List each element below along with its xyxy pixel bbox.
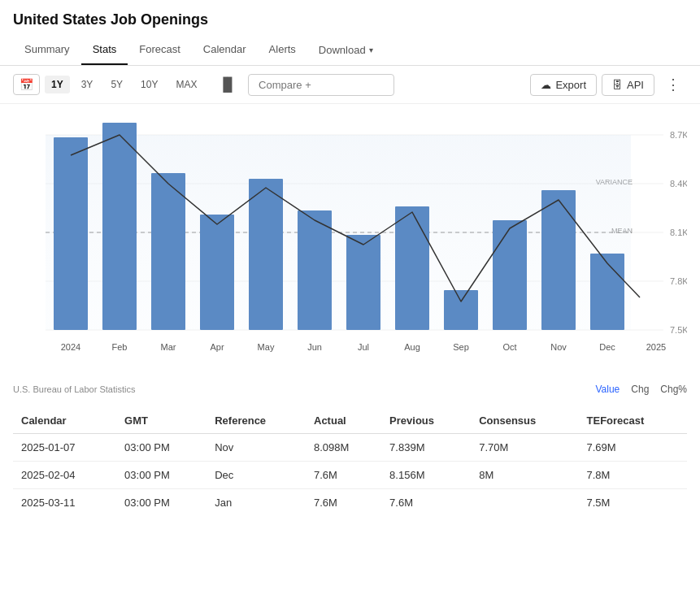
period-max[interactable]: MAX [169, 76, 203, 93]
svg-text:May: May [258, 342, 275, 352]
table-row: 2025-03-1103:00 PMJan7.6M7.6M7.5M [13, 489, 687, 517]
svg-rect-24 [541, 190, 576, 330]
svg-text:Mar: Mar [161, 342, 176, 352]
cell-actual: 8.098M [306, 434, 381, 462]
cell-previous: 7.839M [381, 434, 471, 462]
cell-actual: 7.6M [306, 462, 381, 489]
col-header-gmt: GMT [116, 408, 207, 434]
svg-text:Jul: Jul [358, 342, 369, 352]
more-options-button[interactable]: ⋮ [659, 72, 687, 97]
chg-label[interactable]: Chg [631, 384, 649, 395]
chart-footer: U.S. Bureau of Labor Statistics Value Ch… [0, 379, 700, 398]
cell-gmt: 03:00 PM [116, 462, 207, 489]
toolbar: 📅 1Y 3Y 5Y 10Y MAX ▐▌ ☁ Export 🗄 API ⋮ [0, 66, 700, 104]
table-row: 2025-02-0403:00 PMDec7.6M8.156M8M7.8M [13, 462, 687, 489]
chart-svg: 8.7K 8.4K 8.1K 7.8K 7.5K VARIANCE MEAN [13, 111, 687, 379]
cell-previous: 7.6M [381, 489, 471, 517]
api-button[interactable]: 🗄 API [602, 74, 654, 96]
svg-rect-14 [54, 137, 88, 330]
col-header-actual: Actual [306, 408, 381, 434]
svg-rect-20 [346, 235, 380, 330]
data-table-container: Calendar GMT Reference Actual Previous C… [0, 398, 700, 529]
period-1y[interactable]: 1Y [45, 76, 70, 93]
svg-rect-16 [151, 173, 185, 330]
svg-rect-18 [249, 179, 283, 330]
cell-actual: 7.6M [306, 489, 381, 517]
svg-rect-19 [298, 210, 332, 330]
cell-gmt: 03:00 PM [116, 434, 207, 462]
col-header-consensus: Consensus [471, 408, 578, 434]
calendar-icon[interactable]: 📅 [13, 74, 40, 95]
svg-text:Aug: Aug [404, 342, 420, 352]
data-source: U.S. Bureau of Labor Statistics [13, 384, 595, 394]
table-body: 2025-01-0703:00 PMNov8.098M7.839M7.70M7.… [13, 434, 687, 517]
page-title: United States Job Openings [0, 0, 700, 35]
cell-teforecast: 7.69M [579, 434, 687, 462]
svg-text:Nov: Nov [550, 342, 567, 352]
svg-text:8.7K: 8.7K [670, 130, 687, 140]
tab-alerts[interactable]: Alerts [258, 35, 307, 65]
cell-reference: Nov [207, 434, 306, 462]
compare-input[interactable] [248, 74, 394, 96]
cell-reference: Jan [207, 489, 306, 517]
period-3y[interactable]: 3Y [75, 76, 100, 93]
svg-rect-22 [444, 290, 478, 330]
tab-summary[interactable]: Summary [13, 35, 81, 65]
chart-area: 8.7K 8.4K 8.1K 7.8K 7.5K VARIANCE MEAN [13, 111, 687, 379]
chart-type-button[interactable]: ▐▌ [211, 74, 243, 95]
svg-text:Feb: Feb [112, 342, 128, 352]
cell-previous: 8.156M [381, 462, 471, 489]
col-header-previous: Previous [381, 408, 471, 434]
svg-rect-21 [395, 206, 429, 330]
tab-calendar[interactable]: Calendar [192, 35, 258, 65]
cell-calendar: 2025-02-04 [13, 462, 116, 489]
svg-text:Dec: Dec [599, 342, 615, 352]
svg-rect-25 [590, 254, 624, 330]
col-header-reference: Reference [207, 408, 306, 434]
dropdown-arrow-icon: ▾ [369, 46, 373, 54]
cell-teforecast: 7.8M [579, 462, 687, 489]
table-header-row: Calendar GMT Reference Actual Previous C… [13, 408, 687, 434]
cell-consensus [471, 489, 578, 517]
data-table: Calendar GMT Reference Actual Previous C… [13, 408, 687, 516]
cell-calendar: 2025-01-07 [13, 434, 116, 462]
value-link[interactable]: Value [595, 384, 620, 395]
export-icon: ☁ [541, 79, 551, 91]
cell-gmt: 03:00 PM [116, 489, 207, 517]
chgpct-label[interactable]: Chg% [660, 384, 687, 395]
export-button[interactable]: ☁ Export [530, 74, 597, 96]
svg-text:7.8K: 7.8K [670, 276, 687, 286]
tab-download[interactable]: Download ▾ [307, 36, 385, 64]
svg-text:Oct: Oct [502, 342, 516, 352]
table-row: 2025-01-0703:00 PMNov8.098M7.839M7.70M7.… [13, 434, 687, 462]
svg-text:7.5K: 7.5K [670, 325, 687, 335]
svg-text:Jun: Jun [307, 342, 322, 352]
svg-text:2024: 2024 [61, 342, 80, 352]
svg-text:8.1K: 8.1K [670, 228, 687, 237]
svg-rect-15 [102, 123, 137, 330]
col-header-teforecast: TEForecast [579, 408, 687, 434]
col-header-calendar: Calendar [13, 408, 116, 434]
svg-text:8.4K: 8.4K [670, 179, 687, 189]
svg-text:Sep: Sep [453, 342, 469, 352]
chart-container: 8.7K 8.4K 8.1K 7.8K 7.5K VARIANCE MEAN [0, 104, 700, 379]
period-5y[interactable]: 5Y [104, 76, 129, 93]
svg-rect-17 [200, 215, 234, 330]
cell-consensus: 8M [471, 462, 578, 489]
tab-forecast[interactable]: Forecast [128, 35, 192, 65]
cell-teforecast: 7.5M [579, 489, 687, 517]
period-10y[interactable]: 10Y [134, 76, 164, 93]
cell-consensus: 7.70M [471, 434, 578, 462]
svg-text:2025: 2025 [646, 342, 666, 352]
cell-calendar: 2025-03-11 [13, 489, 116, 517]
tab-bar: Summary Stats Forecast Calendar Alerts D… [0, 35, 700, 66]
svg-rect-23 [493, 220, 527, 330]
api-icon: 🗄 [612, 79, 623, 91]
tab-stats[interactable]: Stats [81, 35, 128, 65]
cell-reference: Dec [207, 462, 306, 489]
svg-text:Apr: Apr [210, 342, 224, 352]
